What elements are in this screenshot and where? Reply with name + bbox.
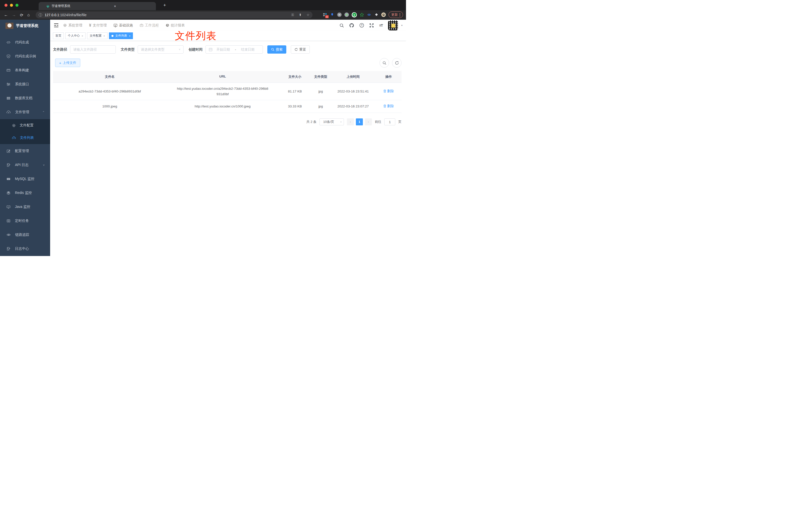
close-icon[interactable]: ×: [82, 34, 83, 37]
new-tab-button[interactable]: +: [163, 3, 166, 7]
extension-badge: 11: [325, 15, 329, 18]
font-size-icon[interactable]: ᴛT: [379, 23, 383, 27]
file-type-select[interactable]: 请选择文件类型 ˅: [138, 46, 183, 54]
share-icon[interactable]: ⬆: [299, 13, 301, 17]
chevron-up-icon: ⌃: [42, 111, 45, 114]
tag-home[interactable]: 首页: [53, 32, 64, 39]
tag-file-list[interactable]: 文件列表 ×: [109, 32, 133, 39]
delete-button[interactable]: 删除: [383, 103, 394, 109]
extensions-row: 11 ⌘ y 😀 更新: [323, 11, 403, 18]
sidebar-item-system-api[interactable]: 系统接口: [0, 77, 50, 91]
sidebar-item-tracing[interactable]: 链路追踪: [0, 228, 50, 242]
sidebar-item-log-center[interactable]: 日志中心: [0, 242, 50, 256]
profile-emoji-icon[interactable]: 😀: [381, 12, 386, 17]
svg-text:?: ?: [361, 24, 362, 27]
close-icon[interactable]: ×: [103, 34, 105, 37]
window-close-button[interactable]: [4, 4, 7, 7]
sidebar-item-api-log[interactable]: API 日志 ˅: [0, 158, 50, 172]
file-path-input[interactable]: [73, 48, 113, 51]
topnav-infrastructure[interactable]: 基础设施: [113, 23, 133, 28]
upload-file-button[interactable]: + 上传文件: [55, 59, 80, 67]
help-icon[interactable]: ?: [359, 23, 364, 28]
tag-file-config[interactable]: 文件配置 ×: [87, 32, 107, 39]
tab-close-icon[interactable]: ×: [114, 4, 116, 8]
sidebar-item-scheduled-jobs[interactable]: 定时任务: [0, 214, 50, 228]
sidebar-logo-row[interactable]: 芋道管理系统: [0, 20, 50, 32]
sidebar-item-mysql-monitor[interactable]: MySQL 监控: [0, 172, 50, 186]
page-1-button[interactable]: 1: [356, 118, 363, 125]
github-icon[interactable]: [349, 23, 354, 28]
window-zoom-button[interactable]: [16, 4, 19, 7]
sidebar-item-label: API 日志: [15, 163, 28, 167]
extension-tabs-icon[interactable]: 11: [323, 12, 327, 17]
extension-eye-icon[interactable]: [367, 12, 371, 17]
url-text[interactable]: 127.0.0.1:1024/infra/file/file: [45, 13, 87, 17]
sidebar-item-java-monitor[interactable]: Java 监控: [0, 200, 50, 214]
delete-button[interactable]: 删除: [383, 89, 394, 94]
search-button[interactable]: 搜索: [267, 46, 286, 54]
goto-page-input[interactable]: [384, 118, 395, 125]
magnifier-icon: [382, 61, 386, 65]
date-range-picker[interactable]: 开始日期 - 结束日期: [205, 46, 263, 54]
prev-page-button[interactable]: ‹: [347, 118, 354, 125]
date-start-placeholder[interactable]: 开始日期: [216, 48, 230, 52]
extensions-puzzle-icon[interactable]: [374, 12, 379, 17]
file-path-input-wrap: [70, 46, 116, 54]
reset-button[interactable]: 重置: [291, 46, 310, 54]
address-bar[interactable]: i 127.0.0.1:1024/infra/file/file ⚿ ⬆ ☆: [36, 11, 313, 19]
search-icon[interactable]: [340, 23, 344, 28]
sidebar-item-file-manage[interactable]: 文件管理 ⌃: [0, 105, 50, 119]
upload-button-label: 上传文件: [63, 61, 76, 65]
menu-fold-icon[interactable]: [54, 23, 59, 27]
col-file-size: 文件大小: [279, 71, 311, 83]
forward-button[interactable]: →: [12, 13, 16, 17]
back-button[interactable]: ←: [4, 13, 8, 17]
sidebar-item-label: 表单构建: [15, 68, 29, 72]
cell-file-name: a294ecb2-73dd-4353-bf40-296b8931d0bf: [53, 86, 166, 97]
close-icon[interactable]: ×: [129, 34, 130, 37]
col-file-type: 文件类型: [311, 71, 330, 83]
topnav-workflow[interactable]: 工作流程: [140, 23, 159, 28]
browser-menu-icon[interactable]: [400, 13, 400, 17]
sidebar-item-file-config[interactable]: 文件配置: [0, 119, 50, 131]
sidebar-item-db-doc[interactable]: 数据库文档: [0, 91, 50, 105]
sidebar-item-file-list[interactable]: 文件列表: [0, 131, 50, 144]
sidebar-item-form-builder[interactable]: 表单构建: [0, 63, 50, 77]
fullscreen-icon[interactable]: [369, 23, 374, 28]
home-button[interactable]: ⌂: [27, 13, 30, 17]
topnav-report[interactable]: 统计报表: [166, 23, 185, 28]
sidebar-item-redis-monitor[interactable]: Redis 监控: [0, 186, 50, 200]
window-minimize-button[interactable]: [10, 4, 13, 7]
extension-balloon-icon[interactable]: [330, 12, 335, 17]
extension-y-icon[interactable]: y: [352, 12, 357, 18]
sidebar-item-code-gen[interactable]: 代码生成: [0, 35, 50, 49]
browser-update-button[interactable]: 更新: [388, 11, 403, 18]
top-navbar: 系统管理 ¥ 支付管理 基础设施 工作流程: [50, 20, 406, 31]
reload-button[interactable]: ⟳: [20, 13, 23, 18]
password-key-icon[interactable]: ⚿: [292, 13, 294, 17]
show-search-button[interactable]: [380, 58, 389, 67]
bookmark-star-icon[interactable]: ☆: [307, 13, 310, 17]
cell-url: http://test.yudao.iocoder.cn/1000.jpeg: [166, 100, 279, 113]
sidebar-item-label: 链路追踪: [15, 233, 29, 237]
date-end-placeholder[interactable]: 结束日期: [241, 48, 255, 52]
sidebar-item-code-demo[interactable]: 代码生成示例: [0, 49, 50, 63]
tag-profile[interactable]: 个人中心 ×: [65, 32, 86, 39]
next-page-button[interactable]: ›: [365, 118, 372, 125]
avatar-qr-image[interactable]: [388, 21, 398, 30]
refresh-table-button[interactable]: [392, 58, 402, 67]
topnav-system-manage[interactable]: 系统管理: [63, 23, 82, 28]
avatar-caret-icon[interactable]: ▾: [401, 24, 403, 27]
browser-tab[interactable]: 芋道管理系统 ×: [39, 2, 156, 10]
topnav-pay-manage[interactable]: ¥ 支付管理: [89, 23, 107, 28]
sidebar-item-label: 系统接口: [15, 82, 29, 87]
chevron-down-icon: ˅: [43, 163, 45, 167]
page-size-select[interactable]: 10条/页 ˅: [319, 118, 344, 125]
extension-command-icon[interactable]: ⌘: [337, 12, 342, 17]
site-info-icon[interactable]: i: [39, 13, 42, 17]
window-controls[interactable]: [4, 4, 19, 7]
extension-star-icon[interactable]: [359, 12, 364, 17]
sidebar-item-config-manage[interactable]: 配置管理: [0, 144, 50, 158]
file-type-label: 文件类型: [121, 48, 135, 52]
extension-dot-icon[interactable]: [344, 12, 349, 17]
